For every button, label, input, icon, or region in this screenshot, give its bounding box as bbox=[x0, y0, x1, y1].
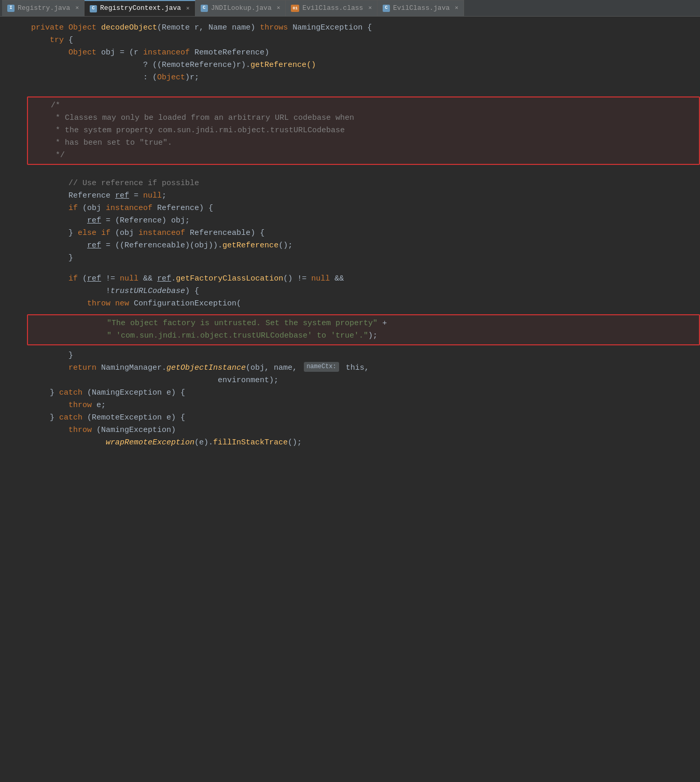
getfact-parens: () != bbox=[283, 273, 311, 285]
cast-close2: ) bbox=[171, 424, 176, 436]
tab-registrycontext[interactable]: C RegistryContext.java ✕ bbox=[85, 0, 195, 17]
tab-label-registry: Registry.java bbox=[18, 3, 70, 13]
code-line-brace3: } bbox=[31, 350, 700, 362]
type-referenceable: Referenceable bbox=[190, 227, 250, 239]
code-line-try: try { bbox=[31, 34, 700, 47]
type-namingexc2: NamingException bbox=[92, 387, 166, 399]
cast-ref-close: ) obj; bbox=[162, 215, 190, 227]
keyword-return: return bbox=[31, 362, 101, 374]
code-line-obj2: ? ((RemoteReference)r).getReference() bbox=[31, 59, 700, 72]
type-remoteref: RemoteReference bbox=[194, 47, 264, 59]
plus1: + bbox=[382, 317, 387, 329]
paren-catch1: ( bbox=[87, 387, 92, 399]
brace-close4: } bbox=[31, 387, 59, 399]
tab-bar: I Registry.java ✕ C RegistryContext.java… bbox=[0, 0, 700, 17]
type-reference: Reference bbox=[31, 190, 115, 202]
type-remote: Remote bbox=[162, 22, 194, 34]
type-name: Name bbox=[208, 22, 232, 34]
string-text-2: " 'com.sun.jndi.rmi.object.trustURLCodeb… bbox=[32, 330, 368, 342]
comment-use-ref: // Use reference if possible bbox=[31, 177, 199, 189]
comment-line-2: * Classes may only be loaded from an arb… bbox=[32, 112, 695, 124]
hint-namectx: nameCtx: bbox=[304, 362, 339, 372]
tab-dot-evilclass-java: C bbox=[383, 5, 390, 12]
keyword-object: Object bbox=[68, 22, 101, 34]
brace-close2: } bbox=[31, 252, 73, 264]
code-line-throw1: throw new ConfigurationException( bbox=[31, 298, 700, 310]
tab-label-jndilookup: JNDILookup.java bbox=[211, 3, 272, 13]
code-line-str1: "The object factory is untrusted. Set th… bbox=[32, 317, 695, 330]
comment-text-4: * has been set to "true". bbox=[32, 137, 172, 149]
param-name: name) bbox=[232, 22, 260, 34]
type-ref2: Reference bbox=[157, 202, 199, 214]
ternary-q: ? (( bbox=[31, 59, 162, 71]
param-e2: e) { bbox=[166, 412, 185, 424]
cast-namingexc: NamingException bbox=[101, 424, 171, 436]
method-fill: fillInStackTrace bbox=[213, 437, 288, 449]
cast-reference: Reference bbox=[120, 215, 162, 227]
code-line-return1: return NamingManager.getObjectInstance(o… bbox=[31, 362, 700, 374]
tab-jndilookup[interactable]: C JNDILookup.java ✕ bbox=[195, 0, 286, 17]
tab-dot-registry: I bbox=[7, 5, 15, 12]
assign2: = bbox=[129, 190, 143, 202]
keyword-if3: if bbox=[31, 273, 82, 285]
assign4: = (( bbox=[101, 240, 124, 252]
paren-if1: (obj bbox=[82, 202, 106, 214]
keyword-instanceof3: instanceof bbox=[138, 227, 190, 239]
type-confexc: ConfigurationException bbox=[134, 298, 236, 310]
yellow-paren: () bbox=[306, 59, 316, 71]
var-ref5: ref bbox=[157, 273, 171, 285]
keyword-new1: new bbox=[115, 298, 134, 310]
fill-close: (); bbox=[288, 437, 302, 449]
close-icon-registrycontext[interactable]: ✕ bbox=[186, 4, 190, 13]
code-editor: private Object decodeObject(Remote r, Na… bbox=[0, 17, 700, 454]
hint-this: this, bbox=[341, 362, 369, 374]
cast-close: )r; bbox=[185, 72, 199, 83]
keyword-else: else bbox=[78, 227, 101, 239]
var-trusturl: trustURLCodebase bbox=[110, 285, 185, 297]
code-line-1: private Object decodeObject(Remote r, Na… bbox=[31, 22, 700, 34]
var-ref4: ref bbox=[87, 273, 101, 285]
brace-close1: } bbox=[31, 227, 78, 239]
tab-registry[interactable]: I Registry.java ✕ bbox=[2, 0, 85, 17]
tab-dot-jndilookup: C bbox=[201, 5, 208, 12]
var-environment: environment bbox=[218, 374, 269, 386]
code-line-if3b: !trustURLCodebase) { bbox=[31, 285, 700, 298]
code-line-catch1: } catch (NamingException e) { bbox=[31, 387, 700, 399]
code-line-if1: if (obj instanceof Reference) { bbox=[31, 202, 700, 215]
spacer-2 bbox=[31, 169, 700, 177]
tab-evilclass-java[interactable]: C EvilClass.java ✕ bbox=[377, 0, 464, 17]
type-namingmgr: NamingManager bbox=[101, 362, 162, 374]
comment-block-highlighted: /* * Classes may only be loaded from an … bbox=[27, 96, 700, 165]
close-icon-registry[interactable]: ✕ bbox=[75, 4, 79, 12]
getref-parens: (); bbox=[278, 240, 292, 252]
not-sign: ! bbox=[31, 285, 110, 297]
keyword-null: null bbox=[143, 190, 162, 202]
paren-cast: )r). bbox=[232, 59, 250, 71]
string-text-1: "The object factory is untrusted. Set th… bbox=[32, 317, 382, 329]
close-icon-evilclass-java[interactable]: ✕ bbox=[455, 4, 458, 12]
comment-text-3: * the system property com.sun.jndi.rmi.o… bbox=[32, 124, 345, 136]
paren-if2: (obj bbox=[115, 227, 138, 239]
var-e1: e; bbox=[96, 399, 106, 411]
code-line-ref1: Reference ref = null; bbox=[31, 190, 700, 202]
var-ref: ref bbox=[115, 190, 129, 202]
tab-evilclass-class[interactable]: 01 EvilClass.class ✕ bbox=[286, 0, 377, 17]
getobjinst-open: (obj, name, bbox=[246, 362, 302, 374]
indent-ref3 bbox=[31, 240, 87, 252]
brace-if3: ) { bbox=[185, 285, 199, 297]
comment-line-3: * the system property com.sun.jndi.rmi.o… bbox=[32, 124, 695, 137]
keyword-throws: throws bbox=[260, 22, 292, 34]
var-obj: obj bbox=[101, 47, 120, 59]
code-line-str2: " 'com.sun.jndi.rmi.object.trustURLCodeb… bbox=[32, 330, 695, 342]
keyword-instanceof: instanceof bbox=[143, 47, 194, 59]
code-line-obj1: Object obj = (r instanceof RemoteReferen… bbox=[31, 47, 700, 59]
comment-line-4: * has been set to "true". bbox=[32, 137, 695, 149]
code-line-comment2: // Use reference if possible bbox=[31, 177, 700, 190]
close-icon-jndilookup[interactable]: ✕ bbox=[277, 4, 281, 12]
keyword-if1: if bbox=[31, 202, 82, 214]
type-remoteexc: RemoteException bbox=[92, 412, 166, 424]
tab-dot-evilclass-class: 01 bbox=[291, 5, 299, 12]
assign: = (r bbox=[120, 47, 143, 59]
close-icon-evilclass-class[interactable]: ✕ bbox=[368, 4, 372, 12]
brace-if1: ) { bbox=[199, 202, 213, 214]
